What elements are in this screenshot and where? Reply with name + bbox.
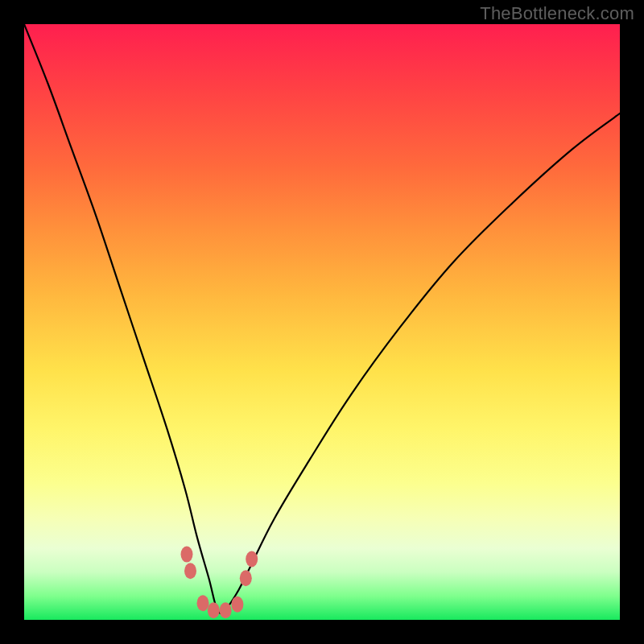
marker-point	[184, 563, 196, 579]
marker-point	[181, 547, 193, 563]
marker-point	[208, 602, 220, 618]
chart-svg	[24, 24, 620, 620]
watermark-text: TheBottleneck.com	[480, 3, 634, 24]
chart-frame: TheBottleneck.com	[0, 0, 644, 644]
plot-area	[24, 24, 620, 620]
marker-point	[197, 595, 209, 611]
marker-point	[231, 597, 243, 613]
marker-point	[220, 602, 232, 618]
marker-point	[240, 570, 252, 586]
highlighted-points	[181, 547, 258, 619]
bottleneck-curve	[24, 24, 620, 613]
marker-point	[246, 551, 258, 568]
